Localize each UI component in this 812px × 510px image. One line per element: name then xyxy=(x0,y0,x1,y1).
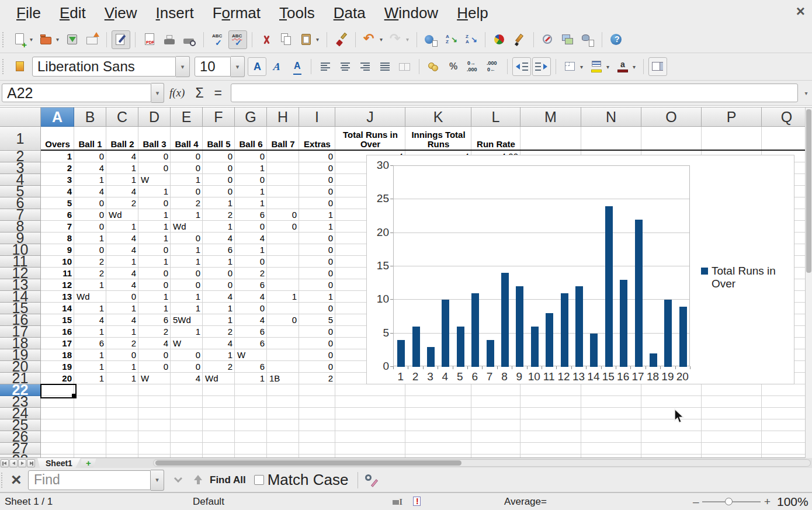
data-sources-button[interactable] xyxy=(578,30,597,49)
cell-G15[interactable]: 0 xyxy=(235,303,267,314)
last-sheet-button[interactable] xyxy=(27,459,35,467)
cell-G20[interactable]: 6 xyxy=(235,361,267,373)
zoom-level[interactable]: 100% xyxy=(777,495,808,509)
email-button[interactable] xyxy=(83,30,102,49)
font-size-input[interactable] xyxy=(195,57,231,77)
cell-F10[interactable]: 6 xyxy=(203,244,235,256)
cell-D9[interactable]: 1 xyxy=(138,233,171,244)
cell-A2[interactable]: 1 xyxy=(41,151,74,162)
spelling-button[interactable] xyxy=(209,30,227,49)
next-sheet-button[interactable] xyxy=(18,459,26,467)
column-header-E[interactable]: E xyxy=(171,107,203,127)
cell-F5[interactable]: 0 xyxy=(203,186,235,197)
cell-D10[interactable]: 0 xyxy=(138,244,171,256)
vertical-scrollbar-thumb[interactable] xyxy=(806,109,811,273)
cell-B15[interactable]: 1 xyxy=(74,303,106,314)
cell-F15[interactable]: 1 xyxy=(203,303,235,314)
align-center-button[interactable] xyxy=(336,57,355,76)
cell-F14[interactable]: 4 xyxy=(203,291,235,303)
bold-button[interactable] xyxy=(248,57,266,76)
cell-H8[interactable]: 0 xyxy=(267,221,299,233)
sheet-number-status[interactable]: Sheet 1 / 1 xyxy=(5,496,53,508)
cell-G9[interactable]: 4 xyxy=(235,233,267,244)
cell-A20[interactable]: 19 xyxy=(41,361,74,373)
cell-C18[interactable]: 2 xyxy=(106,338,138,349)
cell-D13[interactable]: 0 xyxy=(138,279,171,291)
column-header-G[interactable]: G xyxy=(235,107,267,127)
menu-edit[interactable]: Edit xyxy=(50,4,95,22)
cell-B11[interactable]: 2 xyxy=(74,256,106,268)
cell-G6[interactable]: 1 xyxy=(235,197,267,209)
cell-E15[interactable]: 1 xyxy=(171,303,203,314)
cell-F16[interactable]: 1 xyxy=(203,314,235,326)
match-case-label[interactable]: Match Case xyxy=(268,471,349,489)
cell-G12[interactable]: 2 xyxy=(235,268,267,279)
cell-I16[interactable]: 5 xyxy=(299,314,335,326)
new-document-button[interactable]: ▾ xyxy=(11,30,36,49)
cell-G13[interactable]: 6 xyxy=(235,279,267,291)
zoom-slider-thumb[interactable] xyxy=(725,498,733,505)
column-header-O[interactable]: O xyxy=(641,107,702,127)
column-header-J[interactable]: J xyxy=(335,107,405,127)
cell-I6[interactable]: 0 xyxy=(299,197,335,209)
cell-A9[interactable]: 8 xyxy=(41,233,74,244)
find-all-button[interactable]: Find All xyxy=(210,474,246,486)
cell-C5[interactable]: 4 xyxy=(106,186,138,197)
cell-I1[interactable]: Extras xyxy=(300,127,335,151)
add-sheet-button[interactable]: + xyxy=(81,459,96,468)
cell-C17[interactable]: 1 xyxy=(106,326,138,338)
cell-B9[interactable]: 1 xyxy=(74,233,106,244)
open-dropdown-arrow[interactable]: ▾ xyxy=(54,36,61,43)
cell-G7[interactable]: 6 xyxy=(235,209,267,221)
cell-F21[interactable]: Wd xyxy=(203,373,235,384)
cell-H21[interactable]: 1B xyxy=(267,373,299,384)
cell-C11[interactable]: 1 xyxy=(106,256,138,268)
spreadsheet-grid[interactable]: ABCDEFGHIJKLMNOPQ12345678910111213141516… xyxy=(0,107,812,458)
cell-E20[interactable]: 0 xyxy=(171,361,203,373)
save-button[interactable] xyxy=(63,30,82,49)
find-dropdown[interactable]: ▾ xyxy=(151,470,164,491)
cell-E19[interactable]: 0 xyxy=(171,349,203,361)
insert-mode-icon[interactable] xyxy=(390,494,407,510)
menu-insert[interactable]: Insert xyxy=(147,4,203,22)
cell-C10[interactable]: 4 xyxy=(106,244,138,256)
cell-A7[interactable]: 6 xyxy=(41,209,74,221)
cell-B20[interactable]: 1 xyxy=(74,361,106,373)
background-color-button[interactable]: ▾ xyxy=(587,57,612,76)
fill-handle[interactable] xyxy=(72,394,76,398)
styles-button[interactable] xyxy=(11,57,29,76)
cell-I7[interactable]: 1 xyxy=(299,209,335,221)
undo-dropdown-arrow[interactable]: ▾ xyxy=(378,36,384,43)
cell-D17[interactable]: 2 xyxy=(138,326,171,338)
cell-C9[interactable]: 4 xyxy=(106,233,138,244)
cell-E1[interactable]: Ball 4 xyxy=(171,127,202,151)
cell-B8[interactable]: 0 xyxy=(74,221,106,233)
cell-A4[interactable]: 3 xyxy=(41,174,74,186)
font-name-input[interactable] xyxy=(32,57,176,77)
export-pdf-button[interactable] xyxy=(140,30,159,49)
document-modified-icon[interactable] xyxy=(409,494,425,510)
cell-F6[interactable]: 1 xyxy=(203,197,235,209)
cell-C8[interactable]: 1 xyxy=(106,221,138,233)
cell-E17[interactable]: 1 xyxy=(171,326,203,338)
cell-C13[interactable]: 4 xyxy=(106,279,138,291)
cell-H16[interactable]: 0 xyxy=(267,314,299,326)
cell-E11[interactable]: 1 xyxy=(171,256,203,268)
cell-D2[interactable]: 0 xyxy=(138,151,171,162)
cell-I13[interactable]: 0 xyxy=(299,279,335,291)
cell-C21[interactable]: 1 xyxy=(106,373,138,384)
column-header-F[interactable]: F xyxy=(203,107,235,127)
match-case-checkbox[interactable] xyxy=(254,475,264,485)
cell-E21[interactable]: 4 xyxy=(171,373,203,384)
horizontal-scrollbar-thumb[interactable] xyxy=(155,460,461,466)
cell-B17[interactable]: 1 xyxy=(74,326,106,338)
cell-B13[interactable]: 1 xyxy=(74,279,106,291)
cell-I18[interactable]: 0 xyxy=(299,338,335,349)
cell-G18[interactable]: 6 xyxy=(235,338,267,349)
cell-E3[interactable]: 0 xyxy=(171,162,203,174)
column-header-I[interactable]: I xyxy=(299,107,335,127)
cell-E2[interactable]: 0 xyxy=(171,151,203,162)
cell-B7[interactable]: 0 xyxy=(74,209,106,221)
cell-G14[interactable]: 4 xyxy=(235,291,267,303)
column-header-D[interactable]: D xyxy=(138,107,171,127)
